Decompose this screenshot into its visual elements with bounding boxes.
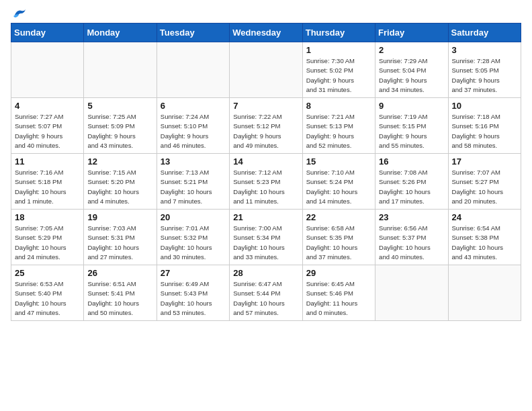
calendar-cell: 14Sunrise: 7:12 AM Sunset: 5:23 PM Dayli… <box>230 154 302 210</box>
day-number: 12 <box>87 156 152 167</box>
weekday-header-sunday: Sunday <box>11 24 84 42</box>
calendar-cell: 3Sunrise: 7:28 AM Sunset: 5:05 PM Daylig… <box>448 42 521 98</box>
calendar-cell: 28Sunrise: 6:47 AM Sunset: 5:44 PM Dayli… <box>230 265 302 321</box>
calendar-week-row: 25Sunrise: 6:53 AM Sunset: 5:40 PM Dayli… <box>11 265 521 321</box>
day-number: 7 <box>233 101 298 111</box>
weekday-header-wednesday: Wednesday <box>230 24 302 42</box>
day-info: Sunrise: 7:24 AM Sunset: 5:10 PM Dayligh… <box>161 112 226 150</box>
weekday-header-friday: Friday <box>375 24 448 42</box>
calendar-week-row: 4Sunrise: 7:27 AM Sunset: 5:07 PM Daylig… <box>11 98 521 154</box>
weekday-header-row: SundayMondayTuesdayWednesdayThursdayFrid… <box>11 24 521 42</box>
day-number: 10 <box>452 101 517 111</box>
calendar-cell: 12Sunrise: 7:15 AM Sunset: 5:20 PM Dayli… <box>84 154 157 210</box>
calendar-cell: 6Sunrise: 7:24 AM Sunset: 5:10 PM Daylig… <box>157 98 229 154</box>
day-number: 20 <box>161 212 226 222</box>
calendar-cell: 1Sunrise: 7:30 AM Sunset: 5:02 PM Daylig… <box>302 42 375 98</box>
calendar-cell: 19Sunrise: 7:03 AM Sunset: 5:31 PM Dayli… <box>84 210 157 265</box>
calendar-week-row: 1Sunrise: 7:30 AM Sunset: 5:02 PM Daylig… <box>11 42 521 98</box>
day-number: 27 <box>161 268 226 278</box>
day-number: 24 <box>452 212 517 222</box>
calendar-cell: 8Sunrise: 7:21 AM Sunset: 5:13 PM Daylig… <box>302 98 375 154</box>
calendar-cell: 16Sunrise: 7:08 AM Sunset: 5:26 PM Dayli… <box>375 154 448 210</box>
day-info: Sunrise: 6:54 AM Sunset: 5:38 PM Dayligh… <box>452 224 517 262</box>
day-number: 23 <box>379 212 444 222</box>
day-info: Sunrise: 7:30 AM Sunset: 5:02 PM Dayligh… <box>306 56 371 95</box>
day-info: Sunrise: 7:19 AM Sunset: 5:15 PM Dayligh… <box>379 112 444 150</box>
day-number: 17 <box>452 156 517 167</box>
calendar-cell: 27Sunrise: 6:49 AM Sunset: 5:43 PM Dayli… <box>157 265 229 321</box>
day-number: 11 <box>15 156 80 167</box>
day-info: Sunrise: 7:01 AM Sunset: 5:32 PM Dayligh… <box>161 224 226 262</box>
day-info: Sunrise: 7:28 AM Sunset: 5:05 PM Dayligh… <box>452 56 517 95</box>
calendar-cell <box>157 42 229 98</box>
day-info: Sunrise: 6:58 AM Sunset: 5:35 PM Dayligh… <box>306 224 371 262</box>
calendar-cell: 15Sunrise: 7:10 AM Sunset: 5:24 PM Dayli… <box>302 154 375 210</box>
day-number: 9 <box>379 101 444 111</box>
calendar-cell: 2Sunrise: 7:29 AM Sunset: 5:04 PM Daylig… <box>375 42 448 98</box>
day-number: 25 <box>15 268 80 278</box>
calendar-cell: 23Sunrise: 6:56 AM Sunset: 5:37 PM Dayli… <box>375 210 448 265</box>
calendar-cell: 13Sunrise: 7:13 AM Sunset: 5:21 PM Dayli… <box>157 154 229 210</box>
day-info: Sunrise: 7:29 AM Sunset: 5:04 PM Dayligh… <box>379 56 444 95</box>
calendar-cell: 7Sunrise: 7:22 AM Sunset: 5:12 PM Daylig… <box>230 98 302 154</box>
calendar-table: SundayMondayTuesdayWednesdayThursdayFrid… <box>11 23 521 321</box>
logo-bird-icon <box>12 8 27 21</box>
calendar-cell: 4Sunrise: 7:27 AM Sunset: 5:07 PM Daylig… <box>11 98 84 154</box>
day-number: 13 <box>161 156 226 167</box>
calendar-cell: 24Sunrise: 6:54 AM Sunset: 5:38 PM Dayli… <box>448 210 521 265</box>
day-info: Sunrise: 6:49 AM Sunset: 5:43 PM Dayligh… <box>161 279 226 318</box>
weekday-header-saturday: Saturday <box>448 24 521 42</box>
day-info: Sunrise: 6:53 AM Sunset: 5:40 PM Dayligh… <box>15 279 80 318</box>
calendar-cell: 22Sunrise: 6:58 AM Sunset: 5:35 PM Dayli… <box>302 210 375 265</box>
day-info: Sunrise: 7:21 AM Sunset: 5:13 PM Dayligh… <box>306 112 371 150</box>
calendar-cell: 5Sunrise: 7:25 AM Sunset: 5:09 PM Daylig… <box>84 98 157 154</box>
calendar-cell: 29Sunrise: 6:45 AM Sunset: 5:46 PM Dayli… <box>302 265 375 321</box>
day-number: 26 <box>87 268 152 278</box>
calendar-cell: 26Sunrise: 6:51 AM Sunset: 5:41 PM Dayli… <box>84 265 157 321</box>
weekday-header-thursday: Thursday <box>302 24 375 42</box>
day-info: Sunrise: 7:05 AM Sunset: 5:29 PM Dayligh… <box>15 224 80 262</box>
day-number: 28 <box>233 268 298 278</box>
day-number: 4 <box>15 101 80 111</box>
calendar-cell: 21Sunrise: 7:00 AM Sunset: 5:34 PM Dayli… <box>230 210 302 265</box>
day-info: Sunrise: 7:10 AM Sunset: 5:24 PM Dayligh… <box>306 168 371 206</box>
calendar-cell <box>84 42 157 98</box>
day-info: Sunrise: 6:47 AM Sunset: 5:44 PM Dayligh… <box>233 279 298 318</box>
calendar-cell <box>375 265 448 321</box>
day-info: Sunrise: 7:18 AM Sunset: 5:16 PM Dayligh… <box>452 112 517 150</box>
day-info: Sunrise: 7:25 AM Sunset: 5:09 PM Dayligh… <box>87 112 152 150</box>
calendar-cell: 20Sunrise: 7:01 AM Sunset: 5:32 PM Dayli… <box>157 210 229 265</box>
day-number: 14 <box>233 156 298 167</box>
day-number: 21 <box>233 212 298 222</box>
page-header <box>11 11 521 17</box>
day-number: 18 <box>15 212 80 222</box>
calendar-cell: 25Sunrise: 6:53 AM Sunset: 5:40 PM Dayli… <box>11 265 84 321</box>
day-number: 3 <box>452 45 517 55</box>
calendar-cell <box>11 42 84 98</box>
day-info: Sunrise: 7:27 AM Sunset: 5:07 PM Dayligh… <box>15 112 80 150</box>
calendar-cell: 17Sunrise: 7:07 AM Sunset: 5:27 PM Dayli… <box>448 154 521 210</box>
day-number: 1 <box>306 45 371 55</box>
calendar-cell: 10Sunrise: 7:18 AM Sunset: 5:16 PM Dayli… <box>448 98 521 154</box>
weekday-header-tuesday: Tuesday <box>157 24 229 42</box>
day-info: Sunrise: 7:16 AM Sunset: 5:18 PM Dayligh… <box>15 168 80 206</box>
day-number: 2 <box>379 45 444 55</box>
day-info: Sunrise: 7:00 AM Sunset: 5:34 PM Dayligh… <box>233 224 298 262</box>
day-info: Sunrise: 7:03 AM Sunset: 5:31 PM Dayligh… <box>87 224 152 262</box>
calendar-cell: 9Sunrise: 7:19 AM Sunset: 5:15 PM Daylig… <box>375 98 448 154</box>
day-info: Sunrise: 7:12 AM Sunset: 5:23 PM Dayligh… <box>233 168 298 206</box>
day-number: 8 <box>306 101 371 111</box>
day-info: Sunrise: 7:07 AM Sunset: 5:27 PM Dayligh… <box>452 168 517 206</box>
day-info: Sunrise: 7:22 AM Sunset: 5:12 PM Dayligh… <box>233 112 298 150</box>
day-info: Sunrise: 7:08 AM Sunset: 5:26 PM Dayligh… <box>379 168 444 206</box>
calendar-week-row: 11Sunrise: 7:16 AM Sunset: 5:18 PM Dayli… <box>11 154 521 210</box>
day-number: 16 <box>379 156 444 167</box>
day-number: 29 <box>306 268 371 278</box>
calendar-cell: 11Sunrise: 7:16 AM Sunset: 5:18 PM Dayli… <box>11 154 84 210</box>
day-info: Sunrise: 7:15 AM Sunset: 5:20 PM Dayligh… <box>87 168 152 206</box>
weekday-header-monday: Monday <box>84 24 157 42</box>
day-info: Sunrise: 6:51 AM Sunset: 5:41 PM Dayligh… <box>87 279 152 318</box>
day-info: Sunrise: 6:56 AM Sunset: 5:37 PM Dayligh… <box>379 224 444 262</box>
day-number: 22 <box>306 212 371 222</box>
day-number: 6 <box>161 101 226 111</box>
